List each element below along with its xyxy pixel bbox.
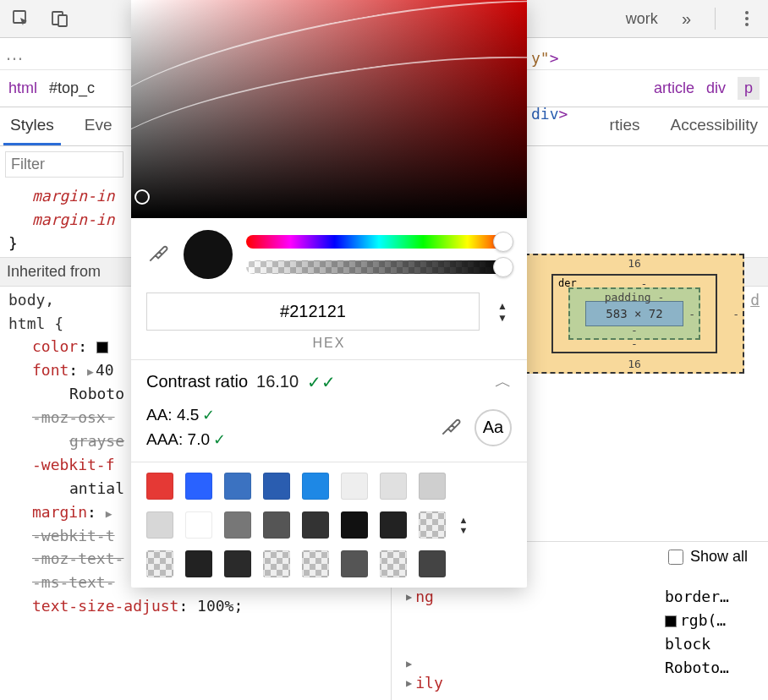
html-tag-fragment: div> [531,105,568,123]
contrast-label: Contrast ratio [146,372,248,391]
computed-val[interactable]: Roboto… [665,656,758,680]
computed-row[interactable]: ▶ng [406,585,443,609]
slider-handle[interactable] [493,232,513,252]
network-tab-partial[interactable]: work [619,10,665,28]
aaa-threshold: AAA: 7.0✓ [146,428,226,452]
palette-swatch[interactable] [302,473,329,500]
color-picker: ▲▼ HEX Contrast ratio 16.10 ✓✓ ︿ AA: 4.5… [131,0,527,588]
prop-margin-inline-2[interactable]: margin-in [32,211,115,228]
show-all-row: Show all [668,548,748,566]
box-model-border[interactable]: der - padding - - - 583 × 72 - [551,274,717,353]
breadcrumb-article[interactable]: article [654,79,694,97]
expand-icon[interactable]: ▶ [406,675,412,692]
palette-swatch[interactable] [341,511,368,539]
device-toolbar-icon[interactable] [46,4,74,33]
palette-swatch[interactable] [419,550,446,577]
contrast-value: 16.10 [256,372,299,391]
decl-tsa[interactable]: text-size-adjust: 100%; [8,594,760,618]
palette-swatch[interactable] [224,473,251,500]
hex-input[interactable] [146,293,480,331]
color-swatch-icon[interactable] [96,342,108,353]
palette-section: ▲▼ [131,462,527,588]
palette-swatch[interactable] [419,511,446,539]
check-icon: ✓ [202,407,215,424]
computed-val[interactable]: border… [665,585,758,609]
prop-margin-inline-1[interactable]: margin-in [32,187,115,205]
palette-switch-icon[interactable]: ▲▼ [454,515,473,535]
bg-eyedropper-icon[interactable] [439,416,463,440]
palette-swatch[interactable] [263,511,290,539]
html-attr-fragment: y"> [531,49,559,67]
alpha-slider[interactable] [246,260,512,274]
breadcrumb-p[interactable]: p [738,77,760,100]
computed-row[interactable]: ▶ily [406,671,443,695]
palette-swatch[interactable] [146,511,173,539]
breadcrumb-topc[interactable]: #top_c [49,79,95,97]
format-label: HEX [131,336,527,359]
slider-handle[interactable] [493,257,513,277]
saturation-value-field[interactable] [131,0,527,218]
breadcrumb-div[interactable]: div [706,79,726,97]
hue-slider[interactable] [246,235,512,249]
more-tabs-icon[interactable]: » [675,9,698,29]
palette-swatch[interactable] [263,550,290,577]
computed-val[interactable]: block [665,632,758,656]
tab-accessibility[interactable]: Accessibility [664,107,765,145]
current-color-swatch [184,230,233,279]
palette-swatch[interactable] [185,511,212,539]
aa-threshold: AA: 4.5✓ [146,403,226,428]
styles-filter-input[interactable] [5,151,123,178]
eyedropper-icon[interactable] [146,243,170,266]
svg-rect-2 [58,15,67,26]
palette-swatch[interactable] [380,473,407,500]
expand-icon[interactable]: ▶ [406,589,412,605]
contrast-section: Contrast ratio 16.10 ✓✓ ︿ AA: 4.5✓ AAA: … [131,359,527,462]
palette-swatch[interactable] [341,473,368,500]
palette-swatch[interactable] [224,550,251,577]
palette-swatch[interactable] [419,473,446,500]
tab-properties[interactable]: rties [603,107,647,145]
computed-val[interactable]: rgb(… [665,609,758,632]
palette-swatch[interactable] [263,473,290,500]
expand-icon[interactable]: ▶ [406,656,412,672]
palette-swatches [146,473,446,577]
expand-icon[interactable]: ▶ [106,506,112,522]
inspect-element-icon[interactable] [7,4,36,33]
divider [391,575,392,700]
palette-swatch[interactable] [146,550,173,577]
color-swatch-icon[interactable] [665,615,677,627]
chevron-up-icon[interactable]: ︿ [495,370,512,393]
box-model-content[interactable]: 583 × 72 [585,301,683,326]
palette-swatch[interactable] [380,550,407,577]
box-model-padding[interactable]: padding - - - 583 × 72 [568,287,700,340]
divider [523,541,768,542]
palette-swatch[interactable] [302,511,329,539]
palette-swatch[interactable] [185,550,212,577]
computed-props-right: border… rgb(… block Roboto… [665,585,758,680]
computed-props-left: ▶ng ▶ ▶ily [406,585,443,695]
palette-swatch[interactable] [146,473,173,500]
text-preview-button[interactable]: Aa [475,409,512,446]
show-all-label: Show all [690,548,748,566]
box-model-diagram: 16 16 - der - padding - - - 583 × 72 - [524,254,744,374]
check-icon: ✓ [213,431,226,448]
palette-swatch[interactable] [224,511,251,539]
palette-swatch[interactable] [185,473,212,500]
palette-swatch[interactable] [341,550,368,577]
show-all-checkbox[interactable] [668,550,683,565]
breadcrumb-html[interactable]: html [8,79,37,97]
palette-swatch[interactable] [380,511,407,539]
tab-styles[interactable]: Styles [3,107,61,145]
palette-swatch[interactable] [302,550,329,577]
settings-icon[interactable] [732,4,761,33]
tab-events[interactable]: Eve [78,107,119,145]
box-model-margin[interactable]: 16 16 - der - padding - - - 583 × 72 - [524,254,744,374]
toolbar-divider [715,8,716,30]
expand-icon[interactable]: ▶ [87,364,94,380]
format-switch-icon[interactable]: ▲▼ [493,300,512,324]
double-check-icon: ✓✓ [307,372,336,392]
sv-handle[interactable] [134,189,150,205]
